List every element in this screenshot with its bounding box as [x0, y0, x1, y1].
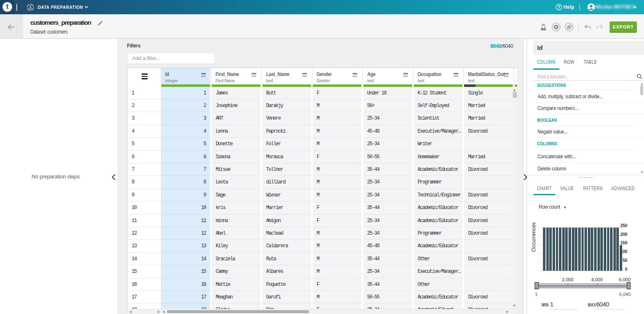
svg-text:?: ?: [558, 5, 560, 10]
